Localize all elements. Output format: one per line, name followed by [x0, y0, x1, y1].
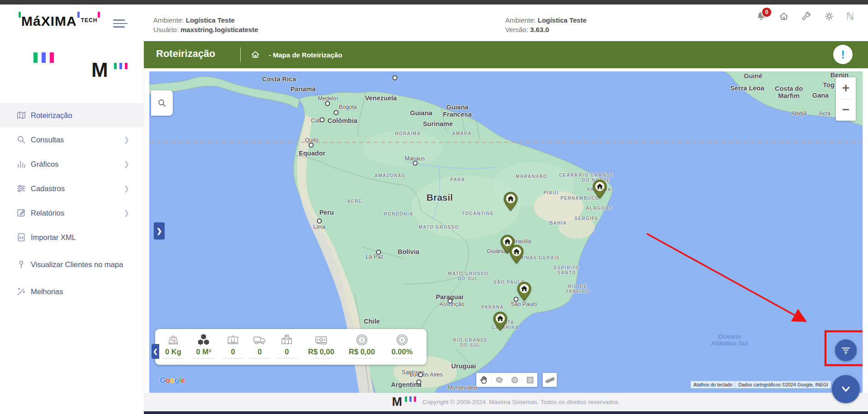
city-dot [376, 250, 381, 255]
client-marker-pin[interactable] [509, 245, 524, 266]
zoom-out-button[interactable]: − [836, 99, 856, 121]
coin-icon: $ [342, 333, 382, 347]
chevron-right-icon: ❯ [123, 160, 129, 168]
chart-icon [16, 159, 26, 169]
measure-tool-button[interactable] [543, 373, 557, 387]
n-logo-icon[interactable]: ℕ [846, 11, 858, 23]
wand-icon [16, 287, 26, 296]
footer-bottom-strip [144, 411, 868, 414]
total-stat: $0.00% [382, 333, 422, 358]
panel-expand-tab[interactable]: ❯ [154, 222, 165, 240]
stat-value: R$ 0,00 [301, 348, 342, 356]
footer-logo-bars [405, 396, 416, 402]
city-dot [325, 101, 330, 106]
maxima-tech-logo[interactable]: MáXIMA TECH [18, 12, 100, 30]
sidebar-item-label: Gráficos [31, 160, 58, 169]
zoom-in-button[interactable]: + [836, 77, 856, 99]
routing-map[interactable]: Costa RicaPanamáVenezuelaGuianaGuiana Fr… [149, 71, 863, 393]
money-icon [301, 333, 342, 347]
pan-tool-button[interactable] [476, 373, 492, 387]
client-marker-pin[interactable] [503, 192, 518, 213]
search-icon [157, 98, 167, 108]
app-window: MáXIMA TECH Ambiente: Logística Teste Us… [0, 0, 868, 414]
svg-text:Kg: Kg [171, 338, 175, 342]
client-marker-pin[interactable] [517, 282, 532, 303]
percent-icon: $ [382, 333, 422, 347]
window-top-strip [0, 0, 868, 5]
usuario-value: maxstring.logisticateste [180, 26, 258, 33]
sidebar-item-melhorias[interactable]: Melhorias [0, 279, 144, 304]
total-stat: $R$ 0,00 [342, 333, 382, 358]
report-icon [16, 208, 26, 218]
city-dot [393, 75, 398, 80]
map-filter-button[interactable] [835, 339, 857, 361]
city-dot [320, 118, 325, 122]
footer-logo-m: M [392, 396, 402, 408]
search-icon [16, 135, 26, 145]
environment-info-right: Ambiente: Logística Teste Versão: 3.63.0 [505, 15, 587, 34]
ambiente-value-2: Logística Teste [538, 16, 587, 24]
sidebar-logo: M [0, 41, 144, 103]
polygon-tool-button[interactable] [492, 373, 507, 387]
totals-bar: ❮ Kg0 Kg0 M³000R$ 0,00$R$ 0,00$0.00% [155, 329, 427, 365]
svg-text:$: $ [401, 338, 403, 342]
sidebar-item-label: Melhorias [31, 287, 63, 296]
pin-icon [16, 259, 26, 269]
sidebar-item-relat-rios[interactable]: Relatórios❯ [0, 201, 144, 225]
notification-badge: 0 [761, 7, 772, 18]
sidebar-item-label: Visualizar Clientes no mapa [31, 260, 123, 269]
keyboard-shortcuts-link[interactable]: Atalhos do teclado [691, 381, 735, 388]
chevron-right-icon: ❯ [123, 209, 129, 217]
sidebar-item-consultas[interactable]: Consultas❯ [0, 127, 144, 152]
footer: M Copyright © 2008-2024. Máxima Sistemas… [144, 393, 868, 414]
city-dot [413, 161, 418, 166]
square-icon [525, 375, 535, 385]
svg-text:$: $ [360, 338, 363, 342]
filter-icon [840, 345, 851, 356]
circle-icon [510, 375, 520, 385]
map-attribution: Atalhos do teclado Dados cartográficos ©… [691, 381, 831, 388]
divider [240, 47, 241, 62]
gear-icon[interactable] [824, 11, 835, 23]
sidebar-item-label: Cadastros [31, 184, 65, 193]
map-search-button[interactable] [151, 90, 173, 116]
ambiente-value: Logística Teste [186, 16, 235, 24]
sidebar: M RoteirizaçãoConsultas❯Gráficos❯Cadastr… [0, 41, 144, 414]
home-icon[interactable] [778, 11, 790, 23]
bell-icon[interactable]: 0 [756, 11, 768, 23]
scroll-down-button[interactable] [832, 375, 860, 403]
city-dot [418, 372, 423, 377]
sidebar-item-visualizar-clientes-no-mapa[interactable]: Visualizar Clientes no mapa [0, 249, 144, 279]
rectangle-tool-button[interactable] [522, 373, 537, 387]
wrench-icon[interactable] [801, 11, 813, 23]
alert-button[interactable]: ! [833, 45, 853, 64]
sidebar-item-importar-xml[interactable]: Importar XML [0, 225, 144, 249]
stat-value: 0.00% [382, 348, 422, 356]
city-dot [417, 380, 422, 385]
sidebar-item-label: Roteirização [31, 111, 72, 120]
footer-copyright: Copyright © 2008-2024. Máxima Sistemas. … [422, 399, 620, 405]
client-marker-pin[interactable] [592, 179, 607, 201]
app-header: MáXIMA TECH Ambiente: Logística Teste Us… [0, 5, 868, 42]
client-marker-pin[interactable] [493, 311, 508, 333]
menu-toggle-icon[interactable] [113, 17, 128, 29]
sidebar-logo-m: M [91, 61, 108, 79]
page-title: Roteirização [156, 48, 215, 60]
map-credits: Dados cartográficos ©2024 Google, INEGI [735, 381, 831, 388]
map-zoom-control: + − [836, 77, 856, 121]
xml-icon [16, 232, 26, 242]
chevron-right-icon: ❯ [123, 184, 129, 193]
ruler-icon [545, 375, 555, 386]
brand-suffix: TECH [81, 17, 98, 24]
header-icon-row: 0ℕ [756, 11, 858, 23]
sidebar-item-label: Importar XML [31, 233, 76, 242]
chevron-right-icon: ❯ [123, 136, 129, 144]
sidebar-item-roteiriza-o[interactable]: Roteirização [0, 103, 144, 127]
map-draw-toolbar [476, 373, 537, 387]
breadcrumb-home-icon[interactable] [251, 50, 260, 59]
sidebar-item-label: Consultas [31, 135, 64, 145]
circle-tool-button[interactable] [507, 373, 522, 387]
sidebar-item-gr-ficos[interactable]: Gráficos❯ [0, 152, 144, 176]
versao-value: 3.63.0 [530, 26, 549, 33]
sidebar-item-cadastros[interactable]: Cadastros❯ [0, 176, 144, 201]
